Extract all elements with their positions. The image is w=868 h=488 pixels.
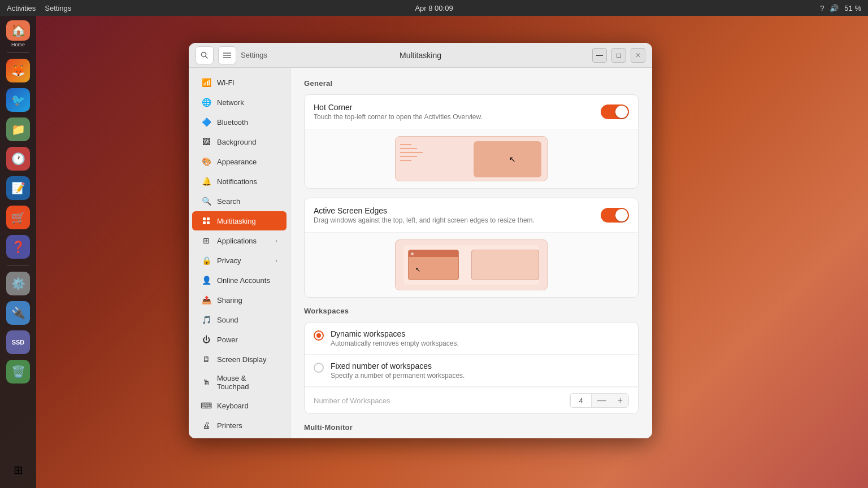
dock-item-ssd[interactable]: SSD (5, 329, 32, 356)
hot-corner-illustration-area: ↖ (305, 129, 638, 188)
dock-item-writer[interactable]: 📝 (5, 175, 32, 202)
workspace-count-value: 4 (570, 394, 591, 407)
sidebar-item-background[interactable]: 🖼 Background (192, 132, 287, 151)
dock-item-trash[interactable]: 🗑️ (5, 358, 32, 385)
dynamic-workspaces-info: Dynamic workspaces Automatically removes… (331, 329, 459, 347)
screen-display-icon: 🖥 (201, 354, 211, 364)
workspace-count-plus-button[interactable]: + (612, 394, 628, 407)
active-screen-edges-desc: Drag windows against the top, left, and … (314, 216, 601, 224)
maximize-button[interactable]: □ (611, 48, 626, 63)
printers-icon: 🖨 (201, 420, 211, 430)
sidebar-item-printers[interactable]: 🖨 Printers (192, 416, 287, 435)
fixed-workspaces-radio[interactable] (314, 363, 324, 373)
home-icon: 🏠 (6, 20, 30, 41)
dock-item-thunderbird[interactable]: 🐦 (5, 86, 32, 114)
dynamic-workspaces-radio[interactable] (314, 330, 324, 341)
privacy-arrow-icon: › (275, 257, 277, 264)
sidebar-item-privacy[interactable]: 🔒 Privacy › (192, 251, 287, 270)
online-accounts-icon: 👤 (201, 275, 211, 285)
minimize-button[interactable]: — (592, 48, 607, 63)
thunderbird-icon: 🐦 (6, 88, 30, 112)
hot-corner-toggle-knob (615, 106, 628, 118)
ssd-icon: SSD (6, 330, 30, 354)
general-section-title: General (304, 79, 639, 88)
hotcorner-cursor: ↖ (509, 155, 516, 164)
sidebar-item-network[interactable]: 🌐 Network (192, 93, 287, 112)
dock-item-usb[interactable]: 🔌 (5, 299, 32, 326)
datetime: Apr 8 00:09 (415, 4, 453, 12)
sidebar-item-appearance[interactable]: 🎨 Appearance (192, 152, 287, 171)
activities-label[interactable]: Activities (7, 4, 36, 12)
window-controls: — □ ✕ (592, 48, 645, 63)
menu-icon (223, 53, 231, 58)
screen-edges-illustration: ↖ (395, 239, 548, 290)
sidebar-item-wifi[interactable]: 📶 Wi-Fi (192, 73, 287, 92)
sidebar-label-search: Search (217, 197, 240, 206)
sidebar-item-multitasking[interactable]: Multitasking (192, 211, 287, 230)
dock-item-firefox[interactable]: 🦊 (5, 57, 32, 84)
window-title: Multitasking (400, 51, 441, 60)
hot-corner-desc: Touch the top-left corner to open the Ac… (314, 113, 601, 121)
sidebar-label-power: Power (217, 336, 238, 344)
active-screen-edges-card: Active Screen Edges Drag windows against… (304, 198, 639, 298)
fixed-workspaces-option[interactable]: Fixed number of workspaces Specify a num… (305, 355, 638, 387)
titlebar-search-button[interactable] (196, 46, 214, 64)
sidebar-item-bluetooth[interactable]: 🔷 Bluetooth (192, 112, 287, 132)
sidebar-item-sharing[interactable]: 📤 Sharing (192, 290, 287, 310)
dock-item-clock[interactable]: 🕐 (5, 145, 32, 172)
sidebar-item-applications[interactable]: ⊞ Applications › (192, 231, 287, 250)
question-icon: ? (820, 4, 824, 12)
hot-corner-toggle[interactable] (601, 104, 629, 119)
workspaces-section-title: Workspaces (304, 307, 639, 315)
active-screen-edges-toggle[interactable] (601, 208, 629, 223)
settings-label[interactable]: Settings (45, 4, 71, 12)
sidebar-item-mouse-touchpad[interactable]: 🖱 Mouse & Touchpad (192, 369, 287, 395)
sound-icon: 🎵 (201, 315, 211, 325)
sidebar-item-search[interactable]: 🔍 Search (192, 191, 287, 211)
sidebar-label-sharing: Sharing (217, 296, 242, 304)
hot-corner-row: Hot Corner Touch the top-left corner to … (305, 95, 638, 129)
fixed-workspaces-desc: Specify a number of permanent workspaces… (331, 372, 465, 380)
dynamic-workspaces-option[interactable]: Dynamic workspaces Automatically removes… (305, 323, 638, 355)
fixed-workspaces-title: Fixed number of workspaces (331, 361, 465, 371)
dock-item-apps[interactable]: ⊞ (5, 456, 32, 483)
workspace-count-minus-button[interactable]: — (592, 394, 612, 407)
sidebar-item-notifications[interactable]: 🔔 Notifications (192, 172, 287, 191)
sidebar-item-screen-display[interactable]: 🖥 Screen Display (192, 350, 287, 369)
multitasking-icon (201, 216, 211, 226)
sidebar-label-notifications: Notifications (217, 177, 257, 186)
hot-corner-illustration: ↖ (395, 136, 548, 181)
se-win-dot-1 (411, 252, 414, 255)
dock-item-appstore[interactable]: 🛒 (5, 204, 32, 231)
files-icon: 📁 (6, 117, 30, 141)
titlebar-menu-button[interactable] (218, 46, 236, 64)
writer-icon: 📝 (6, 176, 30, 200)
fixed-workspaces-info: Fixed number of workspaces Specify a num… (331, 361, 465, 380)
window-titlebar: Settings Multitasking — □ ✕ (189, 43, 652, 68)
dock-item-help[interactable]: ❓ (5, 233, 32, 260)
screen-edge-half-window (471, 250, 539, 280)
sidebar-item-online-accounts[interactable]: 👤 Online Accounts (192, 271, 287, 290)
sidebar-item-keyboard[interactable]: ⌨ Keyboard (192, 396, 287, 415)
sidebar-item-power[interactable]: ⏻ Power (192, 330, 287, 349)
firefox-icon: 🦊 (6, 59, 30, 82)
sidebar-label-network: Network (217, 98, 244, 107)
dock-item-settings[interactable]: ⚙️ (5, 270, 32, 297)
close-button[interactable]: ✕ (631, 48, 645, 63)
settings-sidebar: 📶 Wi-Fi 🌐 Network 🔷 Bluetooth 🖼 Backgrou… (189, 68, 290, 438)
dock-item-files[interactable]: 📁 (5, 116, 32, 143)
battery-label: 51 % (844, 4, 861, 12)
active-screen-edges-toggle-knob (615, 209, 628, 221)
dock-item-home[interactable]: 🏠 Home (5, 20, 32, 47)
sidebar-item-sound[interactable]: 🎵 Sound (192, 310, 287, 329)
screen-edges-illustration-area: ↖ (305, 233, 638, 297)
mouse-icon: 🖱 (201, 377, 211, 387)
dock-home-label: Home (11, 42, 25, 47)
sidebar-item-removable-media[interactable]: 💿 Removable Media (192, 435, 287, 438)
workspace-count-row: Number of Workspaces 4 — + (305, 387, 638, 413)
sidebar-label-keyboard: Keyboard (217, 402, 249, 410)
left-title: Settings (241, 51, 267, 59)
sidebar-label-appearance: Appearance (217, 158, 257, 166)
svg-rect-7 (203, 221, 206, 224)
sharing-icon: 📤 (201, 295, 211, 305)
